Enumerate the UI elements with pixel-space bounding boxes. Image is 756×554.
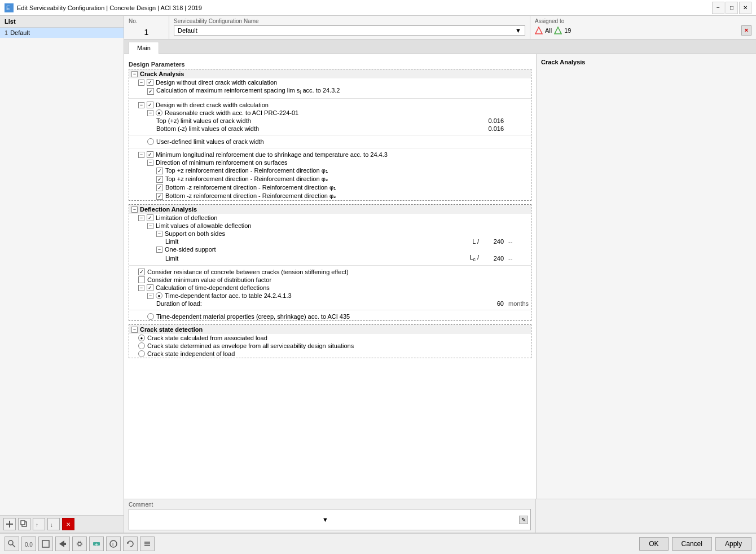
svg-text:↓: ↓ [50,522,53,528]
max-reinf-spacing-label: Calculation of maximum reinforcement spa… [156,87,531,95]
comment-edit-button[interactable]: ✎ [519,516,528,524]
reasonable-collapse[interactable]: − [147,110,153,116]
time-dependent-calc-cb[interactable] [147,284,153,291]
svg-rect-13 [42,540,49,547]
comment-input[interactable]: ▼ ✎ [129,509,531,530]
max-reinf-spacing-cb[interactable] [147,88,154,95]
bot-mz-phi1-label: Bottom -z reinforcement direction - Rein… [165,184,531,191]
direction-collapse[interactable]: − [147,160,153,166]
crack-independent-rb[interactable] [138,350,145,357]
crack-envelope-row: Crack state determined as envelope from … [129,342,531,350]
config-panel: No. 1 Serviceability Configuration Name … [124,16,756,533]
comment-right [536,499,756,533]
bot-mz-phi2-label: Bottom -z reinforcement direction - Rein… [165,192,531,200]
consider-minimum-cb[interactable] [138,276,145,283]
limit-allowable-label: Limit values of allowable deflection [156,222,531,229]
sort-desc-button[interactable]: ↓ [47,518,60,530]
info-icon: i [109,540,117,548]
crack-analysis-collapse[interactable]: − [131,71,138,77]
design-with-cb[interactable] [147,102,153,108]
tab-main[interactable]: Main [129,42,159,54]
gear-tool-button[interactable] [72,537,87,551]
consider-minimum-row: Consider minimum value of distribution f… [129,276,531,284]
crack-state-section: − Crack state detection Crack state calc… [129,324,531,358]
crack-from-load-rb[interactable] [138,335,145,341]
limit-allowable-collapse[interactable]: − [147,223,153,229]
design-with-crack-row: − Design with direct crack width calcula… [129,101,531,109]
design-with-collapse[interactable]: − [138,102,144,108]
consider-resistance-cb[interactable] [138,269,145,275]
max-reinf-spacing-row: Calculation of maximum reinforcement spa… [129,86,531,96]
one-sided-limit-label: Limit [165,255,456,262]
bottom-limit-row: Bottom (-z) limit values of crack width … [129,125,531,133]
right-info-panel: Crack Analysis [536,54,756,499]
crack-state-collapse[interactable]: − [131,327,138,333]
square-tool-button[interactable] [38,537,53,551]
min-long-reinf-cb[interactable] [147,151,153,158]
sort-asc-button[interactable]: ↑ [33,518,45,530]
bot-mz-phi1-cb[interactable] [156,184,163,191]
arrow-tool-button[interactable] [55,537,70,551]
design-without-collapse[interactable]: − [138,80,144,86]
design-without-cb[interactable] [147,79,153,86]
support-both-collapse[interactable]: − [156,231,162,237]
refresh-tool-button[interactable] [123,537,138,551]
top-pz-phi2-cb[interactable] [156,176,163,183]
maximize-button[interactable]: □ [726,2,738,14]
time-dep-factor-collapse[interactable]: − [147,293,153,299]
plus-icon: + [93,540,100,548]
plus-tool-button[interactable]: + [89,537,104,551]
svg-point-15 [78,542,81,546]
search-tool-button[interactable] [5,537,19,551]
top-pz-phi2-label: Top +z reinforcement direction - Reinfor… [165,175,531,183]
cancel-button[interactable]: Cancel [672,537,712,551]
comment-label: Comment [129,502,531,508]
close-button[interactable]: ✕ [739,2,751,14]
ok-button[interactable]: OK [639,537,668,551]
design-without-label: Design without direct crack width calcul… [156,79,531,86]
delete-button[interactable]: ✕ [62,518,74,530]
bot-mz-phi2-cb[interactable] [156,193,163,200]
user-defined-rb[interactable] [147,138,154,145]
time-dep-factor-rb[interactable] [156,292,162,299]
min-long-reinf-collapse[interactable]: − [138,152,144,158]
new-button[interactable] [3,518,16,530]
reasonable-crack-row: − Reasonable crack width acc. to ACI PRC… [129,109,531,117]
consider-resistance-row: Consider resistance of concrete between … [129,268,531,276]
time-dep-material-rb[interactable] [147,313,154,320]
bottom-toolbar: 0.0 + i OK C [0,533,756,554]
top-pz-phi1-cb[interactable] [156,168,163,174]
svg-text:+: + [95,542,98,548]
crack-state-title: Crack state detection [140,326,203,333]
apply-button[interactable]: Apply [715,537,751,551]
top-limit-row: Top (+z) limit values of crack width 0.0… [129,117,531,125]
limitation-collapse[interactable]: − [138,215,144,221]
one-sided-formula: Lc / [459,254,481,262]
settings2-tool-button[interactable] [140,537,155,551]
crack-envelope-rb[interactable] [138,342,145,349]
list-item[interactable]: 1 Default [0,28,124,38]
params-area: Design Parameters − Crack Analysis − Des… [124,54,536,499]
list-header: List [0,16,124,28]
direction-min-reinf-row: − Direction of minimum reinforcement on … [129,159,531,166]
limitation-deflection-cb[interactable] [147,214,153,221]
num-tool-button[interactable]: 0.0 [21,537,36,551]
deflection-collapse[interactable]: − [131,206,138,213]
clear-assigned-button[interactable]: ✕ [741,25,751,36]
gear-icon [76,540,83,548]
config-name-select[interactable]: Default ▼ [174,25,525,36]
refresh-icon [126,540,134,548]
assigned-all: All 19 [535,27,571,34]
minimize-button[interactable]: − [712,2,724,14]
one-sided-collapse[interactable]: − [156,247,162,253]
svg-text:i: i [112,541,113,547]
deflection-title-row: − Deflection Analysis [129,205,531,214]
one-sided-support-row: − One-sided support [129,245,531,253]
bot-mz-phi1-row: Bottom -z reinforcement direction - Rein… [129,183,531,192]
crack-independent-row: Crack state independent of load [129,350,531,358]
copy-button[interactable] [18,518,30,530]
info-tool-button[interactable]: i [106,537,121,551]
reasonable-crack-rb[interactable] [156,109,162,116]
time-dependent-collapse[interactable]: − [138,285,144,291]
design-without-crack-row: − Design without direct crack width calc… [129,78,531,86]
